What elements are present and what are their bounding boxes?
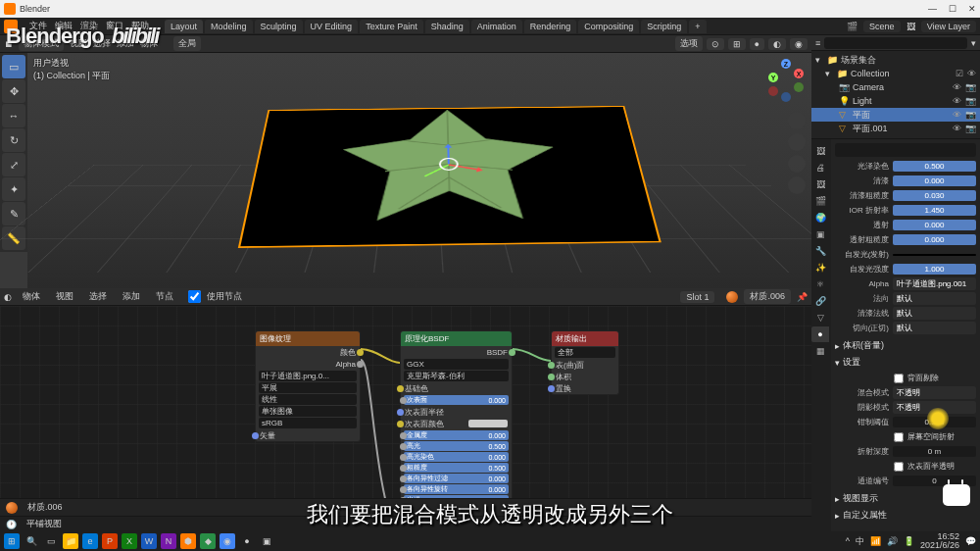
tab-modifiers[interactable]: 🔧: [811, 243, 829, 259]
workspace-tab[interactable]: Rendering: [524, 20, 577, 33]
image-texture-node[interactable]: 图像纹理 颜色 Alpha 叶子通道图.png.0... 平展 线性 单张图像 …: [255, 330, 361, 442]
editor-type-icon[interactable]: ≡: [815, 38, 820, 48]
workspace-tab[interactable]: Shading: [425, 20, 469, 33]
workspace-tab[interactable]: +: [689, 20, 706, 33]
property-slider[interactable]: 清漆0.000: [835, 174, 976, 188]
tab-texture[interactable]: ▦: [811, 343, 829, 359]
scene-selector[interactable]: Scene: [863, 21, 901, 32]
principled-bsdf-node[interactable]: 原理化BSDF BSDF GGX克里斯琴森-伯利基础色次表面0.000次表面半径…: [400, 330, 513, 498]
nav-y-axis[interactable]: Y: [768, 73, 778, 82]
projection-dropdown[interactable]: 平展: [259, 382, 357, 393]
node-menu-node[interactable]: 节点: [151, 289, 178, 304]
navigation-gizmo[interactable]: X Y Z: [766, 63, 806, 102]
workspace-tab[interactable]: Layout: [165, 20, 203, 33]
material-output-node[interactable]: 材质输出 全部 表(曲)面 体积 置换: [551, 330, 619, 395]
workspace-tab[interactable]: Scripting: [641, 20, 687, 33]
tab-particles[interactable]: ✨: [811, 260, 829, 276]
ime-icon[interactable]: 中: [856, 535, 864, 548]
material-selector[interactable]: 材质.006: [744, 289, 791, 304]
app-icon[interactable]: ◆: [200, 533, 216, 549]
start-button[interactable]: ⊞: [4, 533, 20, 549]
colorspace-dropdown[interactable]: sRGB: [259, 418, 357, 428]
rotate-tool[interactable]: ↻: [2, 128, 25, 152]
shader-type-selector[interactable]: 物体: [18, 289, 45, 304]
use-nodes-checkbox[interactable]: [188, 290, 201, 303]
property-slider[interactable]: 光泽染色0.500: [835, 159, 976, 174]
app-icon-2[interactable]: ●: [239, 533, 255, 549]
tab-viewlayer[interactable]: 🖼: [811, 176, 829, 192]
3d-viewport[interactable]: ⏹ 物体模式 视图 选择 添加 物体 全局 选项 ⊙ ⊞ ● ◐ ◉ ▭ ✥: [0, 35, 811, 288]
shading-wireframe[interactable]: ⊞: [728, 38, 746, 50]
target-dropdown[interactable]: 全部: [555, 347, 615, 358]
bsdf-param[interactable]: 金属度0.000: [404, 430, 509, 440]
scene-collection-row[interactable]: ▾📁场景集合: [811, 53, 980, 67]
shadow-mode-dropdown[interactable]: 不透明: [893, 401, 976, 414]
slot-selector[interactable]: Slot 1: [680, 291, 714, 303]
volume-section[interactable]: ▸ 体积(音量): [835, 339, 976, 352]
image-file-field[interactable]: 叶子通道图.png.0...: [259, 371, 357, 381]
collection-row[interactable]: ▾📁Collection ☑👁: [811, 67, 980, 80]
bsdf-param[interactable]: 克里斯琴森-伯利: [404, 371, 509, 381]
tab-object[interactable]: ▣: [811, 226, 829, 242]
orientation-selector[interactable]: 全局: [173, 36, 201, 51]
bsdf-param[interactable]: 高光染色0.000: [404, 452, 509, 462]
clock-date[interactable]: 2021/6/26: [920, 541, 959, 550]
nav-neg-y[interactable]: [794, 82, 804, 92]
shading-solid[interactable]: ●: [750, 38, 764, 50]
viewport-canvas[interactable]: 用户透视 (1) Collection | 平面: [27, 53, 811, 288]
outliner-item[interactable]: 📷Camera👁📷: [811, 80, 980, 94]
workspace-tab[interactable]: Sculpting: [255, 20, 303, 33]
tab-render[interactable]: 🖼: [811, 143, 829, 159]
notifications-icon[interactable]: 💬: [965, 536, 976, 546]
node-menu-view[interactable]: 视图: [51, 289, 78, 304]
task-view-button[interactable]: ▭: [43, 533, 59, 549]
backface-culling-checkbox[interactable]: [894, 374, 904, 383]
shading-rendered[interactable]: ◉: [790, 38, 808, 50]
workspace-tab[interactable]: Animation: [471, 20, 522, 33]
editor-type-icon[interactable]: ◐: [4, 292, 12, 302]
bsdf-param[interactable]: 高光0.500: [404, 441, 509, 451]
blender-taskbar-icon[interactable]: ⬢: [180, 533, 196, 549]
timeline-icon[interactable]: 🕐: [6, 520, 17, 529]
move-tool[interactable]: ↔: [2, 104, 25, 127]
edge-icon[interactable]: e: [82, 533, 98, 549]
zoom-button[interactable]: [788, 112, 806, 129]
bsdf-param[interactable]: 次表面半径: [401, 406, 512, 418]
bsdf-param[interactable]: 次表面0.000: [404, 395, 509, 405]
tab-material[interactable]: ●: [811, 326, 829, 342]
app-icon-3[interactable]: ▣: [259, 533, 274, 549]
explorer-icon[interactable]: 📁: [63, 533, 78, 549]
onenote-icon[interactable]: N: [161, 533, 176, 549]
filter-button[interactable]: ▾: [971, 38, 976, 48]
tray-up-icon[interactable]: ^: [846, 536, 850, 546]
overlays-toggle[interactable]: ⊙: [707, 38, 724, 50]
single-image-dropdown[interactable]: 单张图像: [259, 406, 357, 417]
property-slider[interactable]: 透射粗糙度0.000: [835, 232, 976, 247]
workspace-tab[interactable]: Modeling: [205, 20, 253, 33]
tab-output[interactable]: 🖨: [811, 160, 829, 175]
nav-neg-x[interactable]: [768, 86, 778, 96]
select-box-tool[interactable]: ▭: [2, 55, 25, 78]
bsdf-param[interactable]: 次表面颜色: [401, 418, 512, 429]
outliner[interactable]: ≡ ▾ ▾📁场景集合 ▾📁Collection ☑👁 📷Camera👁📷💡Lig…: [811, 35, 980, 139]
excel-icon[interactable]: X: [122, 533, 137, 549]
node-menu-add[interactable]: 添加: [118, 289, 145, 304]
blend-mode-dropdown[interactable]: 不透明: [893, 386, 976, 399]
tab-constraints[interactable]: 🔗: [811, 293, 829, 309]
bsdf-param[interactable]: 各向异性过滤0.000: [404, 474, 509, 483]
settings-section[interactable]: ▾ 设置: [835, 356, 976, 369]
close-button[interactable]: ✕: [968, 4, 976, 14]
tab-scene[interactable]: 🎬: [811, 193, 829, 209]
persp-button[interactable]: [788, 176, 806, 194]
camera-button[interactable]: [788, 155, 806, 173]
property-slider[interactable]: IOR 折射率1.450: [835, 203, 976, 218]
node-canvas[interactable]: 图像纹理 颜色 Alpha 叶子通道图.png.0... 平展 线性 单张图像 …: [0, 306, 811, 498]
interpolation-dropdown[interactable]: 线性: [259, 394, 357, 405]
transform-tool[interactable]: ✦: [2, 177, 25, 201]
nav-z-axis[interactable]: Z: [781, 59, 791, 69]
chrome-icon[interactable]: ◉: [220, 533, 235, 549]
bsdf-param[interactable]: 各向异性旋转0.000: [404, 484, 509, 494]
properties-content[interactable]: 光泽染色0.500清漆0.000清漆粗糙度0.030IOR 折射率1.450透射…: [831, 139, 980, 531]
battery-icon[interactable]: 🔋: [904, 536, 914, 546]
pan-button[interactable]: [788, 133, 806, 151]
